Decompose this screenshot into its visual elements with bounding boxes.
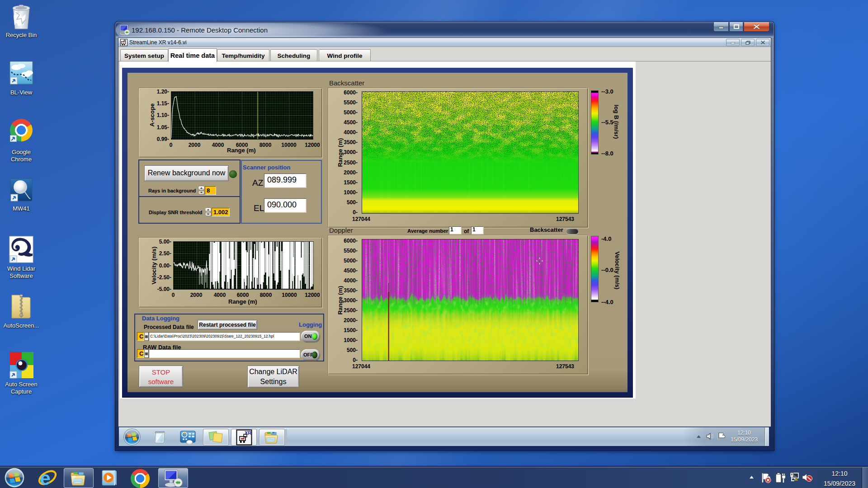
- svg-text:e: e: [40, 468, 51, 488]
- svg-text:XR: XR: [245, 430, 251, 436]
